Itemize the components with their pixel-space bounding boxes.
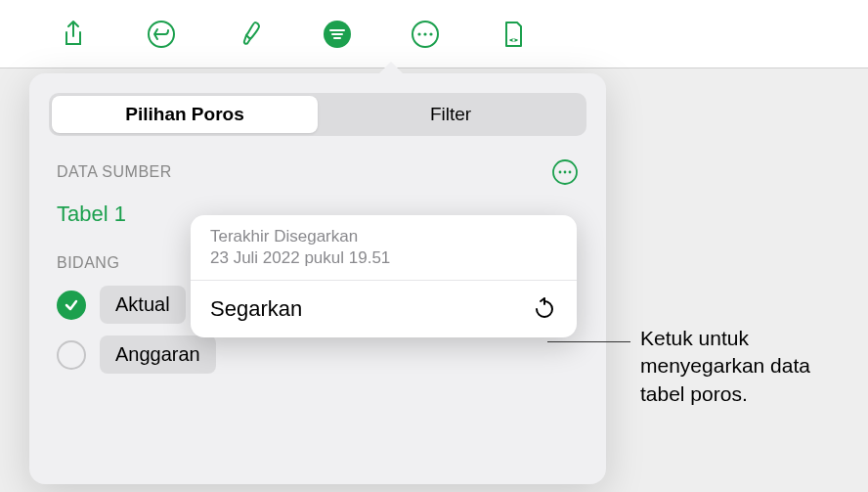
data-source-more-icon[interactable] <box>551 158 579 186</box>
share-icon <box>58 19 89 50</box>
callout-text: Ketuk untuk menyegarkan data tabel poros… <box>640 325 855 408</box>
tab-bar: Pilihan Poros Filter <box>49 93 586 136</box>
tab-filter[interactable]: Filter <box>318 96 584 133</box>
tab-filter-label: Filter <box>430 104 471 125</box>
tab-pivot-label: Pilihan Poros <box>125 104 243 125</box>
last-refreshed-label: Terakhir Disegarkan <box>210 227 557 246</box>
undo-button[interactable] <box>117 12 205 57</box>
refresh-icon <box>532 296 557 322</box>
format-button[interactable] <box>205 12 293 57</box>
check-icon <box>63 296 80 314</box>
refresh-info: Terakhir Disegarkan 23 Juli 2022 pukul 1… <box>191 215 577 281</box>
data-source-label: DATA SUMBER <box>57 163 172 181</box>
field-chip-aktual[interactable]: Aktual <box>100 286 186 324</box>
pivot-options-button[interactable] <box>293 12 381 57</box>
svg-point-11 <box>559 171 562 174</box>
field-checkbox-aktual[interactable] <box>57 291 86 320</box>
document-preview-icon <box>498 19 529 50</box>
data-source-header: DATA SUMBER <box>29 151 606 194</box>
tab-pivot-options[interactable]: Pilihan Poros <box>52 96 318 133</box>
svg-point-6 <box>417 32 420 35</box>
share-button[interactable] <box>29 12 117 57</box>
svg-point-7 <box>423 32 426 35</box>
callout-leader-line <box>547 341 630 342</box>
svg-point-13 <box>569 171 572 174</box>
last-refreshed-date: 23 Juli 2022 pukul 19.51 <box>210 248 557 268</box>
svg-point-9 <box>512 38 514 40</box>
toolbar <box>0 0 868 68</box>
svg-point-8 <box>429 32 432 35</box>
refresh-action-label: Segarkan <box>210 296 302 322</box>
popover-arrow <box>379 62 403 73</box>
preview-button[interactable] <box>469 12 557 57</box>
refresh-button[interactable]: Segarkan <box>191 281 577 337</box>
more-button[interactable] <box>381 12 469 57</box>
refresh-menu: Terakhir Disegarkan 23 Juli 2022 pukul 1… <box>191 215 577 337</box>
brush-icon <box>234 19 265 50</box>
more-circle-icon <box>410 19 441 50</box>
field-checkbox-anggaran[interactable] <box>57 340 86 370</box>
sort-lines-icon <box>322 19 353 50</box>
field-chip-anggaran[interactable]: Anggaran <box>100 335 216 374</box>
svg-point-12 <box>564 171 567 174</box>
undo-icon <box>146 19 177 50</box>
